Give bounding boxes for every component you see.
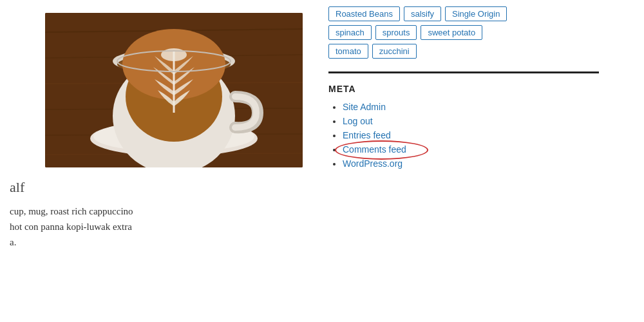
body-text: cup, mug, roast rich cappuccino hot con … [6, 204, 303, 250]
meta-section: META Site Admin Log out Entries feed Com… [328, 84, 625, 169]
coffee-image [45, 13, 303, 167]
meta-heading: META [328, 84, 625, 94]
entries-feed-link[interactable]: Entries feed [343, 130, 391, 140]
section-divider [328, 71, 599, 73]
tags-row-3: tomato zucchini [328, 44, 625, 59]
tag-salsify[interactable]: salsify [404, 6, 441, 21]
comments-feed-link[interactable]: Comments feed [343, 144, 406, 155]
meta-site-admin: Site Admin [343, 102, 625, 112]
tag-single-origin[interactable]: Single Origin [445, 6, 507, 21]
meta-wordpress-org: WordPress.org [343, 158, 625, 169]
left-column: alf cup, mug, roast rich cappuccino hot … [0, 0, 316, 322]
meta-comments-feed: Comments feed [343, 144, 625, 155]
tag-zucchini[interactable]: zucchini [372, 44, 417, 59]
tags-row-1: Roasted Beans salsify Single Origin [328, 6, 625, 21]
page-wrapper: alf cup, mug, roast rich cappuccino hot … [0, 0, 644, 322]
tags-row-2: spinach sprouts sweet potato [328, 25, 625, 40]
meta-log-out: Log out [343, 116, 625, 126]
tag-sweet-potato[interactable]: sweet potato [421, 25, 482, 40]
site-admin-link[interactable]: Site Admin [343, 102, 386, 112]
half-label: alf [6, 179, 303, 196]
wordpress-org-link[interactable]: WordPress.org [343, 158, 402, 169]
tags-section: Roasted Beans salsify Single Origin spin… [328, 6, 625, 59]
tag-spinach[interactable]: spinach [328, 25, 372, 40]
right-column: Roasted Beans salsify Single Origin spin… [316, 0, 644, 322]
tag-roasted-beans[interactable]: Roasted Beans [328, 6, 400, 21]
log-out-link[interactable]: Log out [343, 116, 373, 126]
meta-list: Site Admin Log out Entries feed Comments… [328, 102, 625, 169]
meta-entries-feed: Entries feed [343, 130, 625, 140]
tag-sprouts[interactable]: sprouts [375, 25, 417, 40]
tag-tomato[interactable]: tomato [328, 44, 368, 59]
